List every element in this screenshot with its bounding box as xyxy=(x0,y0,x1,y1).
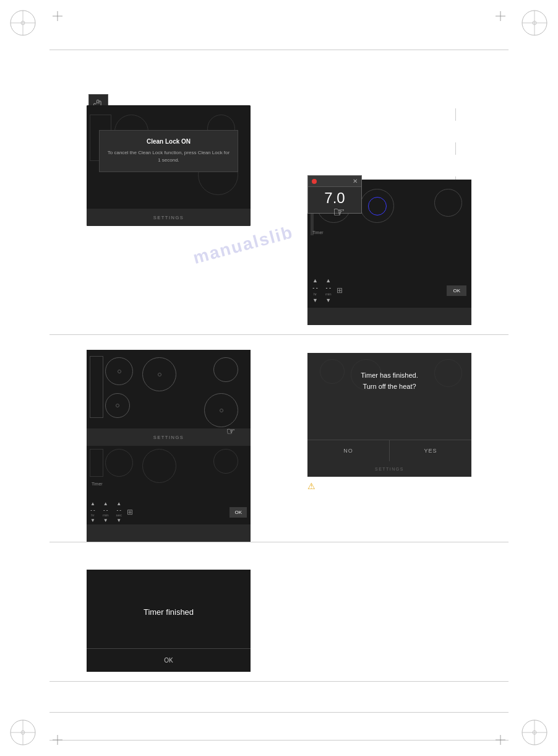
mid-divider-line xyxy=(49,334,509,335)
hr-up-arrow[interactable]: ▲ xyxy=(312,277,318,284)
sec-down-btn-bl[interactable]: ▼ xyxy=(116,518,121,523)
timer-top-label: Timer xyxy=(312,230,324,235)
timer-controls-panel: Timer ▲ - - hr ▼ ▲ - - min ▼ ▲ - - sec ▼… xyxy=(87,446,251,542)
timer-finished-notification: Timer finished OK xyxy=(87,570,251,672)
warning-section: ⚠ xyxy=(307,480,315,491)
ok-button-bl[interactable]: OK xyxy=(230,507,247,518)
min-up-btn-bl[interactable]: ▲ xyxy=(103,501,108,506)
corner-tl-decoration xyxy=(6,6,40,40)
clean-lock-settings-label: SETTINGS xyxy=(153,215,184,220)
watermark: manualslib xyxy=(191,222,296,268)
min-up-arrow[interactable]: ▲ xyxy=(325,277,331,284)
min-unit-bl: min xyxy=(103,513,109,517)
no-label: NO xyxy=(343,448,353,454)
hr-unit-bl: hr xyxy=(91,513,94,517)
dialog-buttons-row: NO YES xyxy=(307,440,471,461)
cooktop-bl-settings-label: SETTINGS xyxy=(153,435,184,440)
timer-controls-label: Timer xyxy=(92,482,103,486)
hr-val-bl: - - xyxy=(90,507,95,513)
hr-down-arrow[interactable]: ▼ xyxy=(312,297,318,303)
yes-label: YES xyxy=(424,448,437,454)
timer-finished-ok-area[interactable]: OK xyxy=(87,648,251,672)
right-margin-mark-2 xyxy=(455,142,456,155)
corner-tr-decoration xyxy=(518,6,552,40)
bottom-divider-3 xyxy=(49,712,509,713)
cursor-hand-top: ☞ xyxy=(333,204,345,220)
timer-finished-message: Timer finished xyxy=(144,607,194,617)
sec-val-bl: - - xyxy=(116,507,121,513)
clean-lock-panel: Clean Lock ON To cancel the Clean Lock f… xyxy=(87,105,251,226)
ok-button-top[interactable]: OK xyxy=(447,285,466,296)
dialog-settings-label: SETTINGS xyxy=(375,467,404,471)
min-label-top: min xyxy=(325,292,332,296)
hr-up-btn-bl[interactable]: ▲ xyxy=(90,501,95,506)
sec-unit-bl: sec xyxy=(116,513,122,517)
crosshair-tl xyxy=(53,11,62,21)
corner-bl-decoration xyxy=(6,716,40,750)
no-button[interactable]: NO xyxy=(307,440,390,461)
min-val-bl: - - xyxy=(103,507,108,513)
crosshair-bl xyxy=(53,735,62,745)
grid-icon-top: ⊞ xyxy=(337,286,343,295)
min-down-arrow[interactable]: ▼ xyxy=(325,297,331,303)
corner-br-decoration xyxy=(518,716,552,750)
popup-red-dot xyxy=(312,179,317,184)
timer-finished-ok-label[interactable]: OK xyxy=(164,657,173,664)
timer-top-settings-bar xyxy=(307,308,471,325)
clean-lock-description: To cancel the Clean Lock function, press… xyxy=(107,149,230,164)
bottom-divider-2 xyxy=(49,681,509,682)
grid-icon-bl: ⊞ xyxy=(127,508,133,516)
warning-icon: ⚠ xyxy=(307,481,315,491)
clean-lock-title: Clean Lock ON xyxy=(107,138,230,145)
crosshair-br xyxy=(496,735,505,745)
hr-dashes-top: - - xyxy=(312,285,318,291)
min-dashes-top: - - xyxy=(326,285,332,291)
popup-close-icon[interactable]: ✕ xyxy=(353,178,358,185)
cooktop-bl-settings-bar: SETTINGS ☞ xyxy=(87,428,251,446)
timer-controls-bottom-bar xyxy=(87,524,251,542)
clean-lock-settings-bar: SETTINGS xyxy=(87,209,251,226)
crosshair-tr xyxy=(496,11,505,21)
bottom-divider-1 xyxy=(49,542,509,542)
sec-up-btn-bl[interactable]: ▲ xyxy=(116,501,121,506)
hr-label-top: hr xyxy=(314,292,317,296)
cursor-hand-bl: ☞ xyxy=(226,425,235,437)
bottom-divider-4 xyxy=(49,740,509,741)
min-down-btn-bl[interactable]: ▼ xyxy=(103,518,108,523)
right-margin-mark-1 xyxy=(455,108,456,121)
cooktop-panel-bottom-left: 📶 2:49 AM SETTINGS ☞ xyxy=(87,350,251,446)
hr-down-btn-bl[interactable]: ▼ xyxy=(90,518,95,523)
timer-has-finished-dialog: Timer has finished. Turn off the heat? N… xyxy=(307,353,471,461)
dialog-settings-bar: SETTINGS xyxy=(307,461,471,477)
yes-button[interactable]: YES xyxy=(390,440,471,461)
top-divider-line xyxy=(49,50,509,50)
